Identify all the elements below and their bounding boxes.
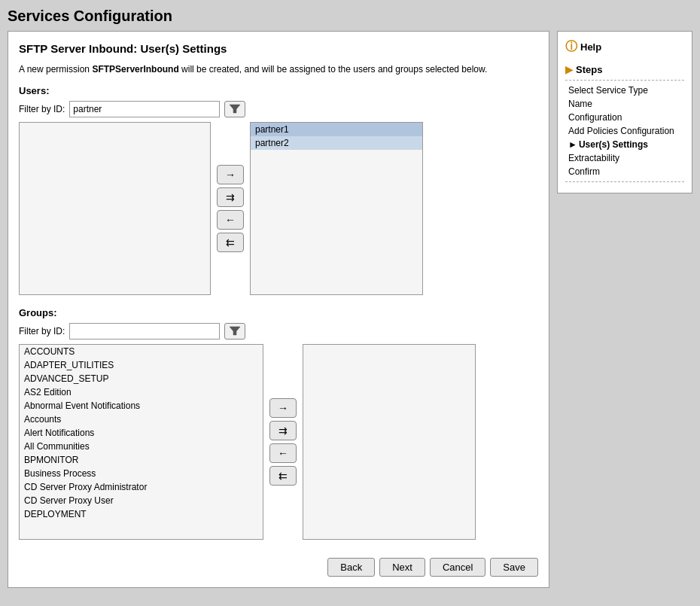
users-filter-label: Filter by ID:: [19, 104, 65, 114]
steps-arrow-icon: ▶: [565, 64, 573, 75]
step-item-users-settings: ►User(s) Settings: [565, 138, 684, 151]
groups-section: Groups: Filter by ID: ACCOUNTSADAPTER_UT…: [19, 307, 538, 540]
description-suffix: will be created, and will be assigned to…: [179, 64, 488, 75]
step-item-add-policies-configuration: Add Policies Configuration: [565, 124, 684, 138]
step-item-select-service-type: Select Service Type: [565, 84, 684, 97]
steps-list: Select Service TypeNameConfigurationAdd …: [565, 84, 684, 178]
list-item[interactable]: All Communities: [20, 440, 263, 453]
users-filter-input[interactable]: [69, 101, 220, 117]
filter-icon: [230, 103, 240, 114]
groups-move-left-all-button[interactable]: ⇇: [269, 466, 297, 486]
main-panel: SFTP Server Inbound: User(s) Settings A …: [8, 31, 549, 588]
groups-move-right-single-button[interactable]: →: [269, 398, 297, 418]
description-prefix: A new permission: [19, 64, 92, 75]
users-move-left-single-button[interactable]: ←: [217, 210, 244, 230]
right-panel: ⓘ Help ▶ Steps Select Service TypeNameCo…: [557, 31, 692, 193]
cancel-button[interactable]: Cancel: [430, 558, 485, 577]
step-current-arrow: ►: [568, 139, 577, 150]
users-dual-list: → ⇉ ← ⇇ partner1partner2: [19, 122, 538, 295]
users-arrow-buttons: → ⇉ ← ⇇: [217, 165, 244, 252]
svg-marker-0: [230, 105, 240, 113]
step-item-name: Name: [565, 97, 684, 111]
list-item[interactable]: Alert Notifications: [20, 426, 263, 440]
list-item[interactable]: DEPLOYMENT: [20, 507, 263, 521]
help-icon: ⓘ: [565, 39, 577, 55]
step-item-extractability: Extractability: [565, 151, 684, 165]
step-item-configuration: Configuration: [565, 111, 684, 124]
groups-filter-button[interactable]: [224, 323, 245, 340]
description-permission: SFTPServerInbound: [92, 64, 178, 75]
steps-bottom-divider: [565, 181, 684, 182]
groups-move-left-single-button[interactable]: ←: [269, 443, 297, 463]
users-move-left-all-button[interactable]: ⇇: [217, 233, 244, 252]
groups-filter-label: Filter by ID:: [19, 326, 65, 336]
users-available-list[interactable]: [19, 122, 211, 295]
groups-selected-list[interactable]: [303, 344, 476, 540]
list-item[interactable]: partner1: [251, 123, 422, 136]
groups-label: Groups:: [19, 307, 538, 318]
page-title: Services Configuration: [8, 8, 692, 25]
groups-move-right-all-button[interactable]: ⇉: [269, 421, 297, 440]
list-item[interactable]: Business Process: [20, 467, 263, 480]
users-filter-button[interactable]: [224, 101, 245, 117]
list-item[interactable]: AS2 Edition: [20, 385, 263, 399]
users-label: Users:: [19, 85, 538, 96]
next-button[interactable]: Next: [379, 558, 425, 577]
list-item[interactable]: ADAPTER_UTILITIES: [20, 358, 263, 372]
svg-marker-1: [230, 327, 240, 335]
list-item[interactable]: ADVANCED_SETUP: [20, 372, 263, 385]
step-item-confirm: Confirm: [565, 165, 684, 178]
list-item[interactable]: partner2: [251, 136, 422, 150]
list-item[interactable]: ACCOUNTS: [20, 345, 263, 358]
section-title: SFTP Server Inbound: User(s) Settings: [19, 42, 538, 55]
list-item[interactable]: BPMONITOR: [20, 453, 263, 467]
users-move-right-single-button[interactable]: →: [217, 165, 244, 184]
help-title: ⓘ Help: [565, 39, 684, 55]
list-item[interactable]: Accounts: [20, 413, 263, 426]
steps-title: ▶ Steps: [565, 64, 684, 75]
list-item[interactable]: CD Server Proxy User: [20, 494, 263, 507]
groups-dual-list: ACCOUNTSADAPTER_UTILITIESADVANCED_SETUPA…: [19, 344, 538, 540]
list-item[interactable]: Abnormal Event Notifications: [20, 399, 263, 413]
groups-available-list[interactable]: ACCOUNTSADAPTER_UTILITIESADVANCED_SETUPA…: [19, 344, 263, 540]
groups-filter-icon: [230, 325, 240, 336]
groups-filter-input[interactable]: [69, 323, 220, 340]
list-item[interactable]: CD Server Proxy Administrator: [20, 480, 263, 494]
back-button[interactable]: Back: [327, 558, 375, 577]
help-section: ⓘ Help: [565, 39, 684, 55]
groups-arrow-buttons: → ⇉ ← ⇇: [269, 398, 297, 486]
users-move-right-all-button[interactable]: ⇉: [217, 187, 244, 207]
save-button[interactable]: Save: [490, 558, 538, 577]
description: A new permission SFTPServerInbound will …: [19, 62, 538, 76]
users-selected-list[interactable]: partner1partner2: [250, 122, 423, 295]
steps-top-divider: [565, 80, 684, 81]
footer-buttons: Back Next Cancel Save: [19, 552, 538, 577]
